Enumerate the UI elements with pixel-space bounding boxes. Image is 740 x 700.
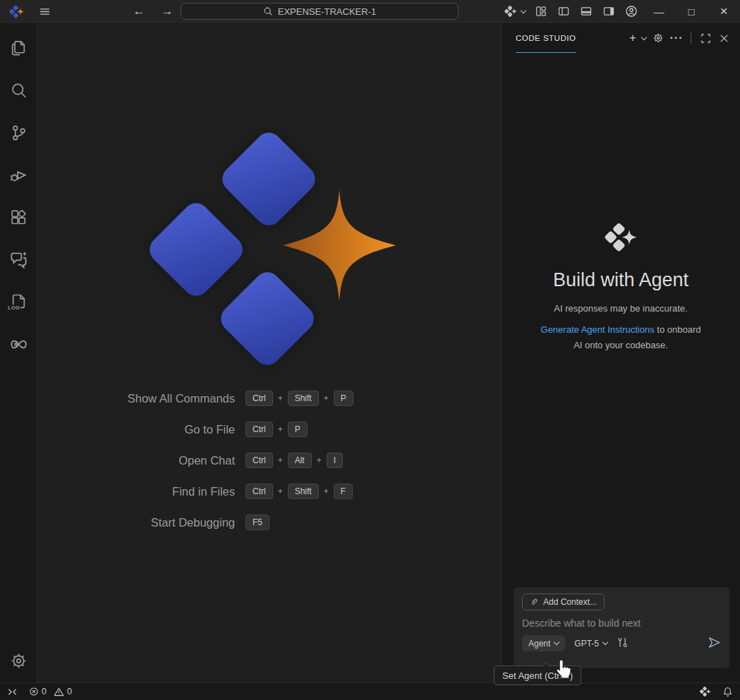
key-cap: Ctrl — [245, 484, 273, 499]
add-context-label: Add Context... — [543, 597, 597, 607]
configure-tools-button[interactable] — [617, 637, 629, 651]
panel-header: CODE STUDIO + ··· — [502, 23, 740, 53]
close-window-button[interactable]: × — [708, 0, 740, 23]
layout-sidebar-right-icon — [603, 6, 614, 17]
key-cap: Shift — [288, 391, 319, 406]
agent-logo-icon — [603, 221, 638, 253]
key-cap: I — [327, 453, 343, 468]
sparkle-logo-icon — [504, 5, 518, 18]
chevron-down-icon — [521, 7, 526, 13]
debug-icon — [9, 166, 28, 184]
infinity-badge-icon — [9, 335, 28, 354]
new-chat-button[interactable]: + — [624, 29, 649, 47]
account-button[interactable] — [620, 0, 643, 23]
activity-bar: LOG — [0, 23, 37, 682]
model-label: GPT-5 — [574, 639, 599, 649]
code-studio-panel: CODE STUDIO + ··· — [501, 23, 740, 682]
notifications-button[interactable] — [722, 683, 733, 700]
plus-separator: + — [278, 455, 283, 465]
shortcut-keys: F5 — [245, 507, 501, 538]
status-bar: 0 0 — [0, 682, 740, 700]
tab-code-studio[interactable]: CODE STUDIO — [516, 23, 576, 53]
sidebar-item-explorer[interactable] — [1, 30, 35, 66]
copilot-menu-button[interactable] — [499, 0, 530, 23]
agent-welcome: Build with Agent AI responses may be ina… — [502, 221, 740, 353]
instructions-line2: AI onto your codebase. — [574, 340, 668, 350]
error-icon — [29, 687, 39, 696]
chevron-down-icon — [641, 34, 647, 39]
generate-instructions-link[interactable]: Generate Agent Instructions — [541, 324, 655, 335]
sidebar-item-ai-chat[interactable] — [1, 242, 35, 277]
key-cap: Ctrl — [245, 422, 273, 437]
minimize-button[interactable]: — — [643, 0, 675, 23]
close-panel-button[interactable] — [715, 29, 733, 47]
problems-indicator[interactable]: 0 0 — [29, 683, 72, 700]
account-icon — [625, 5, 638, 18]
key-cap: Shift — [288, 484, 319, 499]
bell-icon — [722, 687, 733, 697]
warning-icon — [54, 687, 64, 697]
more-actions-button[interactable]: ··· — [667, 29, 686, 47]
sidebar-item-output-log[interactable]: LOG — [1, 284, 35, 319]
key-cap: P — [288, 422, 308, 437]
add-context-button[interactable]: Add Context... — [522, 594, 605, 610]
chat-input-box[interactable]: Add Context... Agent GPT-5 — [514, 587, 729, 668]
shortcut-keys: Ctrl+P — [245, 414, 501, 445]
search-value: EXPENSE-TRACKER-1 — [278, 6, 376, 17]
sidebar-item-source-control[interactable] — [1, 115, 35, 150]
explorer-files-icon — [10, 39, 28, 57]
agent-mode-dropdown[interactable]: Agent — [522, 635, 565, 651]
key-cap: P — [334, 391, 353, 406]
search-icon — [10, 82, 28, 99]
plus-separator: + — [324, 486, 329, 496]
model-dropdown[interactable]: GPT-5 — [574, 639, 607, 649]
toggle-panel-button[interactable] — [575, 0, 598, 23]
status-copilot-button[interactable] — [699, 683, 712, 700]
shortcut-label: Find in Files — [38, 476, 235, 507]
toggle-primary-sidebar-button[interactable] — [552, 0, 575, 23]
title-bar: ← → EXPENSE-TRACKER-1 — [0, 0, 740, 23]
search-icon — [263, 6, 273, 16]
paperclip-icon — [530, 598, 539, 607]
shortcut-label: Start Debugging — [38, 507, 235, 538]
sidebar-item-run-debug[interactable] — [1, 157, 35, 192]
shortcut-label: Show All Commands — [38, 383, 235, 414]
plus-icon: + — [626, 31, 639, 45]
shortcut-keys: Ctrl+Shift+F — [245, 476, 501, 507]
command-center-search[interactable]: EXPENSE-TRACKER-1 — [181, 3, 459, 20]
customize-layout-icon — [535, 6, 547, 17]
key-cap: F5 — [245, 515, 269, 530]
sidebar-item-visual-studio[interactable] — [1, 326, 35, 362]
app-logo-icon — [8, 4, 25, 19]
log-icon-label: LOG — [8, 305, 20, 311]
expand-icon — [700, 33, 711, 44]
logo-diamond-left — [144, 197, 248, 301]
shortcut-keys: Ctrl+Alt+I — [245, 445, 501, 476]
panel-settings-button[interactable] — [649, 29, 667, 47]
customize-layout-button[interactable] — [530, 0, 552, 23]
send-button[interactable] — [708, 636, 721, 651]
agent-mode-label: Agent — [528, 639, 550, 649]
gear-icon — [10, 652, 28, 670]
maximize-button[interactable]: □ — [675, 0, 708, 23]
sidebar-item-search[interactable] — [1, 73, 35, 108]
maximize-panel-button[interactable] — [696, 29, 715, 47]
key-cap: Ctrl — [245, 453, 273, 468]
menu-button[interactable] — [39, 0, 51, 23]
instructions-text: Generate Agent Instructions to onboard A… — [502, 322, 740, 353]
forward-button[interactable]: → — [159, 0, 175, 23]
layout-panel-icon — [581, 6, 592, 17]
shortcut-label: Go to File — [38, 414, 235, 445]
key-cap: Alt — [288, 453, 312, 468]
manage-settings-button[interactable] — [1, 643, 35, 678]
hand-cursor — [553, 658, 572, 682]
toggle-secondary-sidebar-button[interactable] — [598, 0, 620, 23]
back-button[interactable]: ← — [131, 0, 147, 23]
remote-icon — [7, 687, 18, 697]
sidebar-item-extensions[interactable] — [1, 199, 35, 235]
chat-input[interactable] — [522, 618, 721, 629]
ai-disclaimer: AI responses may be inaccurate. — [502, 303, 740, 314]
shortcut-keys: Ctrl+Shift+P — [245, 383, 501, 414]
remote-indicator[interactable] — [7, 683, 18, 700]
plus-separator: + — [324, 393, 329, 403]
